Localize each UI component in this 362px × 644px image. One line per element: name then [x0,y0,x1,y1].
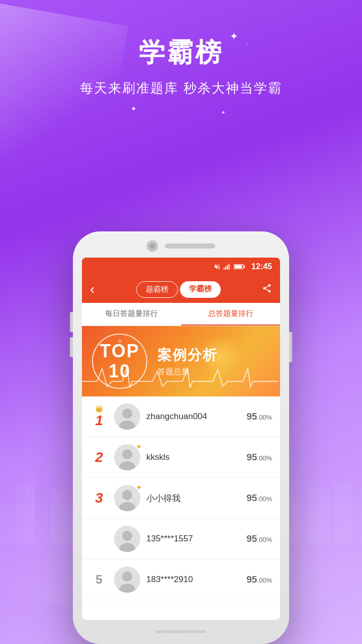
svg-rect-3 [28,468,32,473]
svg-point-42 [122,490,132,500]
speaker [165,244,215,249]
svg-rect-30 [227,265,228,270]
phone-top-bar [82,240,280,252]
phone-body: 12:45 ‹ 题霸榜 学霸榜 每日答题量排行 [73,231,289,644]
header-section: 学霸榜 ✦ · 每天来刷准题库 秒杀大神当学霸 ✦ ✦ · [0,0,362,122]
username-4: 135****1557 [146,534,246,544]
star-3: · [191,102,192,107]
subtab-daily[interactable]: 每日答题量排行 [82,303,181,326]
tab-tiba[interactable]: 题霸榜 [136,281,178,298]
rank-number-2: 2 [95,449,103,465]
avatar-person-5 [114,567,140,593]
rank-item-5: 5 183****2910 95.00% [82,559,280,600]
username-2: kkskls [146,452,246,462]
score-3: 95.00% [246,493,272,504]
share-button[interactable] [262,283,272,296]
front-camera [147,240,158,252]
rankings-list: 👑 1 zhangchuan004 [82,396,280,620]
sparkle-icon-2: · [247,40,248,47]
rank-number-container-3: 3 [90,490,108,506]
svg-rect-22 [54,493,57,496]
rank-item-2: 2 ✦ kkskls [82,437,280,478]
svg-rect-23 [60,493,63,496]
banner-info: 案例分析 答题总量 [147,341,280,382]
banner-subtitle: 答题总量 [157,367,270,377]
phone-mockup: 12:45 ‹ 题霸榜 学霸榜 每日答题量排行 [73,231,289,644]
score-2: 95.00% [246,452,272,463]
svg-rect-5 [60,478,67,488]
avatar-wrap-2: ✦ [114,444,140,470]
star-2: ✦ [221,110,225,115]
camera-lens [149,243,155,249]
svg-rect-29 [225,266,226,270]
sparkle-icon-1: ✦ [230,30,238,42]
avatar-5 [114,567,140,593]
status-time: 12:45 [251,262,272,271]
rank-item-3: 3 ✦ 小小得我 [82,478,280,519]
banner: TOP10 案例分析 答题总量 [82,326,280,396]
status-icons: 12:45 [214,262,272,271]
nav-bar: ‹ 题霸榜 学霸榜 [82,276,280,303]
stars-decoration: ✦ ✦ · [0,102,362,122]
svg-rect-31 [229,264,230,270]
rank-number-container-2: 2 [90,449,108,465]
rank-item-4: 135****1557 95.00% [82,519,280,559]
volume-up-button [70,312,73,332]
svg-rect-19 [28,488,30,491]
rank-number-5: 5 [96,573,102,586]
sub-tabs: 每日答题量排行 总答题量排行 [82,303,280,326]
svg-rect-28 [224,268,225,270]
svg-rect-33 [244,266,245,268]
top10-badge: TOP10 [92,334,147,389]
svg-rect-17 [307,488,329,543]
username-5: 183****2910 [146,575,246,585]
home-indicator [82,624,280,639]
avatar-person-4 [114,526,140,552]
svg-rect-21 [28,493,30,496]
home-bar [156,630,206,633]
wing-badge-3: ✦ [136,483,142,492]
signal-icon [223,263,231,270]
avatar-1 [114,404,140,430]
avatar-wrap-4 [114,526,140,552]
username-3: 小小得我 [146,493,246,504]
score-1: 95.00% [246,411,272,422]
svg-rect-24 [54,499,57,502]
svg-rect-20 [33,488,35,491]
page-subtitle: 每天来刷准题库 秒杀大神当学霸 [0,79,362,97]
share-icon [262,283,272,293]
nav-tabs: 题霸榜 学霸榜 [136,281,221,298]
power-button [289,332,292,362]
volume-down-button [70,337,73,357]
avatar-wrap-3: ✦ [114,485,140,511]
star-1: ✦ [131,105,137,113]
banner-title: 案例分析 [157,346,270,365]
avatar-wrap-5 [114,567,140,593]
svg-point-45 [122,531,132,541]
svg-rect-2 [25,473,35,543]
avatar-wrap-1 [114,404,140,430]
subtab-total[interactable]: 总答题量排行 [181,303,280,326]
svg-point-48 [122,572,132,582]
battery-icon [234,263,245,270]
rank-item-1: 👑 1 zhangchuan004 [82,396,280,437]
status-bar: 12:45 [82,258,280,276]
svg-point-39 [122,449,132,459]
wing-badge-2: ✦ [136,442,142,451]
back-button[interactable]: ‹ [90,281,95,297]
rank-number-1: 1 [95,413,103,428]
tab-xueba[interactable]: 学霸榜 [180,281,221,298]
rank-number-container-5: 5 [90,573,108,587]
mute-icon [214,263,221,270]
svg-rect-18 [334,483,352,543]
svg-rect-4 [50,488,75,543]
rank-number-container-1: 👑 1 [90,405,108,429]
avatar-person-1 [114,404,140,430]
score-5: 95.00% [246,574,272,585]
svg-rect-1 [15,483,35,543]
svg-rect-34 [235,265,242,268]
svg-point-36 [122,409,132,419]
rank-number-3: 3 [95,490,103,506]
top10-text: TOP10 [100,341,139,381]
username-1: zhangchuan004 [146,412,246,422]
